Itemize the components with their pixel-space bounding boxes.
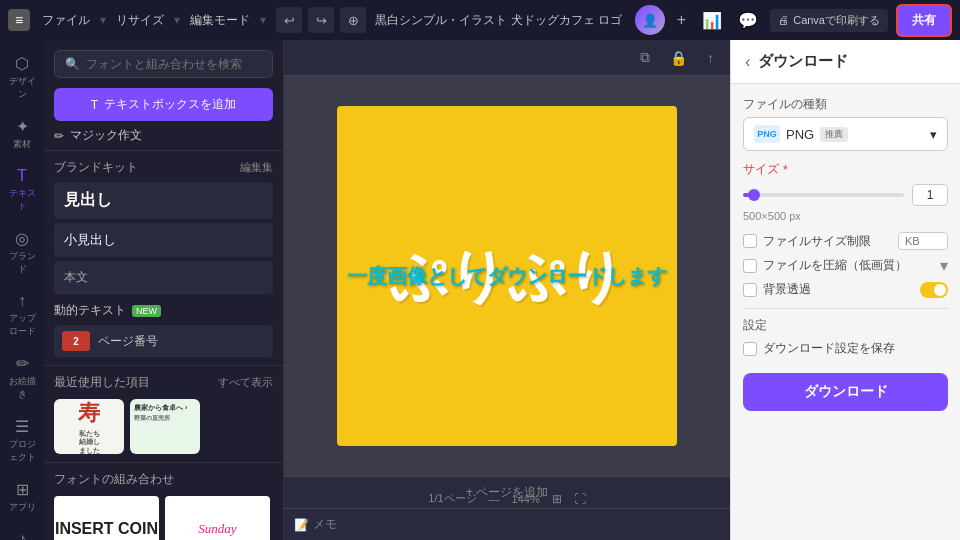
sidebar-item-elements[interactable]: ✦ 素材: [2, 111, 42, 157]
bottom-bar: 📝 メモ: [284, 508, 730, 540]
compress-label: ファイルを圧縮（低画質）: [763, 257, 907, 274]
heading-item[interactable]: 見出し: [54, 182, 273, 219]
options-section: ファイルサイズ制限 ファイルを圧縮（低画質） ▾ 背景透過: [743, 232, 948, 298]
font-sample-cursive[interactable]: Sunday: [165, 496, 270, 540]
option-filesize: ファイルサイズ制限: [743, 232, 948, 250]
menu-file[interactable]: ファイル: [36, 10, 96, 31]
move-up-icon[interactable]: ↑: [701, 48, 720, 68]
sidebar-item-project[interactable]: ☰ プロジェクト: [2, 411, 42, 470]
show-all-button[interactable]: すべて表示: [218, 375, 273, 390]
app-logo[interactable]: ≡: [8, 9, 30, 31]
size-slider[interactable]: [743, 193, 904, 197]
recent-header: 最近使用した項目 すべて表示: [54, 374, 273, 391]
analytics-icon[interactable]: 📊: [698, 9, 726, 32]
save-settings-checkbox[interactable]: [743, 342, 757, 356]
filesize-input[interactable]: [898, 232, 948, 250]
cursive-text: Sunday: [198, 521, 236, 537]
compress-chevron[interactable]: ▾: [940, 256, 948, 275]
avatar[interactable]: 👤: [635, 5, 665, 35]
download-button[interactable]: ダウンロード: [743, 373, 948, 411]
text-icon: T: [17, 167, 27, 185]
dynamic-text-label: 動的テキスト NEW: [54, 302, 273, 319]
brand-kit-header: ブランドキット 編集集: [54, 159, 273, 176]
transparent-label: 背景透過: [763, 281, 811, 298]
body-item[interactable]: 本文: [54, 261, 273, 294]
settings-label: 設定: [743, 317, 948, 334]
filesize-checkbox[interactable]: [743, 234, 757, 248]
format-select[interactable]: PNG PNG 推薦 ▾: [743, 117, 948, 151]
sidebar-item-audio[interactable]: ♪ オーディオ: [2, 524, 42, 540]
project-icon: ☰: [15, 417, 29, 436]
download-panel: ‹ ダウンロード ファイルの種類 PNG PNG 推薦 ▾ サイズ *: [730, 40, 960, 540]
size-label: サイズ *: [743, 161, 948, 178]
panel-back-button[interactable]: ‹: [745, 53, 750, 71]
topbar-menu: ファイル ▾ リサイズ ▾ 編集モード ▾: [36, 10, 266, 31]
subheading-item[interactable]: 小見出し: [54, 223, 273, 257]
canvas-card[interactable]: ぷりぷり: [337, 106, 677, 446]
magic-writing-button[interactable]: ✏ マジック作文: [54, 127, 273, 144]
memo-icon: 📝: [294, 518, 309, 532]
topbar-right: 👤 + 📊 💬 🖨 Canvaで印刷する 共有: [635, 4, 952, 37]
add-button[interactable]: +: [673, 9, 690, 31]
search-box[interactable]: 🔍: [54, 50, 273, 78]
compress-checkbox[interactable]: [743, 259, 757, 273]
add-textbox-label: テキストボックスを追加: [104, 96, 236, 113]
sidebar-item-brand[interactable]: ◎ ブランド: [2, 223, 42, 282]
size-input[interactable]: [912, 184, 948, 206]
comment-icon[interactable]: 💬: [734, 9, 762, 32]
sidebar-item-upload[interactable]: ↑ アップロード: [2, 286, 42, 344]
audio-icon: ♪: [18, 530, 26, 540]
magic-label: マジック作文: [70, 127, 142, 144]
nav-label-elements: 素材: [13, 138, 31, 151]
canvas-area: ⧉ 🔒 ↑ ぷりぷり 一度画像としてダウンロードします + ページを追加 1/1…: [284, 40, 730, 540]
undo-button[interactable]: ↩: [276, 7, 302, 33]
font-combo-section: フォントの組み合わせ INSERT COIN Sunday: [44, 462, 283, 540]
transparent-toggle[interactable]: [920, 282, 948, 298]
draw-icon: ✏: [16, 354, 29, 373]
file-type-label: ファイルの種類: [743, 96, 948, 113]
nav-label-design: デザイン: [6, 75, 38, 101]
sidebar-item-app[interactable]: ⊞ アプリ: [2, 474, 42, 520]
transparent-checkbox[interactable]: [743, 283, 757, 297]
page-number-item[interactable]: 2 ページ番号: [54, 325, 273, 357]
panel-header: ‹ ダウンロード: [731, 40, 960, 84]
logo-icon: ≡: [15, 12, 23, 28]
option-transparent: 背景透過: [743, 281, 948, 298]
extra-button[interactable]: ⊕: [340, 7, 366, 33]
duplicate-icon[interactable]: ⧉: [634, 47, 656, 68]
redo-button[interactable]: ↪: [308, 7, 334, 33]
canvas-bottom-bar: + ページを追加: [284, 476, 730, 508]
canvas-content[interactable]: ぷりぷり 一度画像としてダウンロードします: [284, 76, 730, 476]
nav-label-project: プロジェクト: [6, 438, 38, 464]
share-button[interactable]: 共有: [896, 4, 952, 37]
sidebar-item-design[interactable]: ⬡ デザイン: [2, 48, 42, 107]
add-page-button[interactable]: + ページを追加: [466, 484, 548, 501]
brand-kit-edit[interactable]: 編集集: [240, 160, 273, 175]
save-settings-row: ダウンロード設定を保存: [743, 340, 948, 357]
sidebar-item-text[interactable]: T テキスト: [2, 161, 42, 219]
nav-label-draw: お絵描き: [6, 375, 38, 401]
nav-label-brand: ブランド: [6, 250, 38, 276]
font-sample-insert-coin[interactable]: INSERT COIN: [54, 496, 159, 540]
memo-label: メモ: [313, 516, 337, 533]
sidebar-item-draw[interactable]: ✏ お絵描き: [2, 348, 42, 407]
format-label: PNG: [786, 127, 814, 142]
topbar-actions: ↩ ↪ ⊕: [276, 7, 366, 33]
menu-resize[interactable]: リサイズ: [110, 10, 170, 31]
page-number-icon: 2: [62, 331, 90, 351]
size-slider-thumb[interactable]: [748, 189, 760, 201]
recent-item-2[interactable]: 農家から食卓へ › 野菜の直売所: [130, 399, 200, 454]
add-textbox-button[interactable]: T テキストボックスを追加: [54, 88, 273, 121]
new-badge: NEW: [132, 305, 161, 317]
document-title: 黒白シンプル・イラスト 犬ドッグカフェ ロゴ: [375, 12, 622, 29]
lock-icon[interactable]: 🔒: [664, 48, 693, 68]
app-icon: ⊞: [16, 480, 29, 499]
brand-kit-items: 見出し 小見出し 本文: [54, 182, 273, 294]
recent-item-1[interactable]: 寿 私たち結婚しました: [54, 399, 124, 454]
menu-edit-mode[interactable]: 編集モード: [184, 10, 256, 31]
search-input[interactable]: [86, 57, 262, 71]
chevron-down-icon: ▾: [930, 127, 937, 142]
print-button[interactable]: 🖨 Canvaで印刷する: [770, 9, 888, 32]
size-section: サイズ * 500×500 px: [743, 161, 948, 222]
memo-button[interactable]: 📝 メモ: [294, 516, 337, 533]
